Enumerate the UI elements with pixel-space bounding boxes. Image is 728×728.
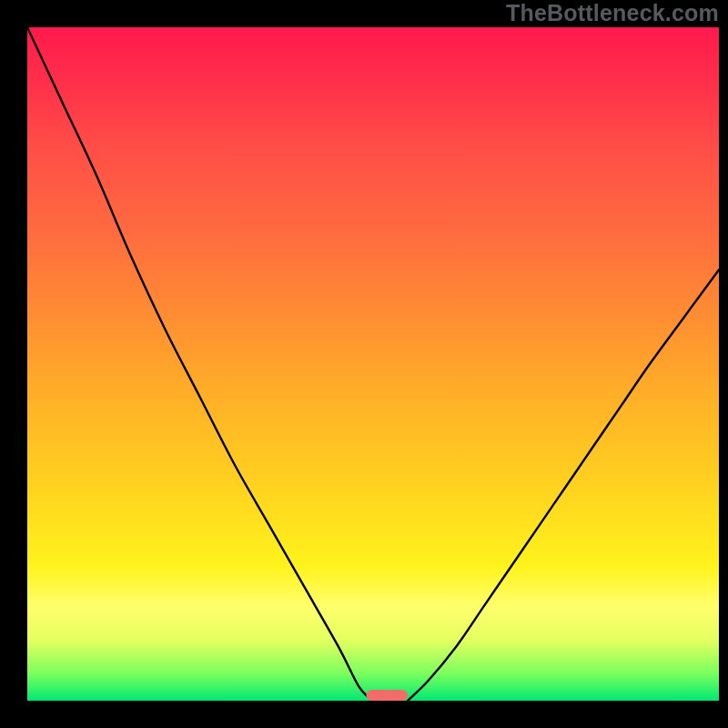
bottleneck-curve-right bbox=[408, 269, 719, 701]
balance-point-marker bbox=[366, 690, 408, 701]
curve-overlay bbox=[27, 27, 719, 701]
watermark-text: TheBottleneck.com bbox=[506, 0, 719, 26]
plot-area bbox=[27, 27, 719, 701]
bottleneck-curve-left bbox=[27, 27, 373, 701]
chart-container: TheBottleneck.com bbox=[0, 0, 728, 728]
